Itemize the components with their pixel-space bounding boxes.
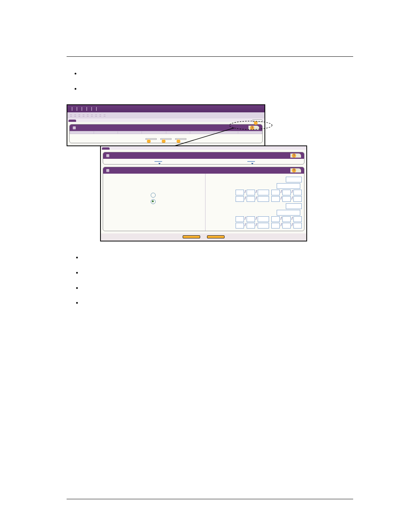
date-input[interactable] — [258, 190, 269, 195]
md5-auth-key-input[interactable] — [277, 210, 300, 216]
date-input[interactable] — [282, 216, 291, 222]
page-header — [67, 53, 353, 57]
date-input[interactable] — [293, 216, 302, 222]
button-row — [70, 134, 262, 143]
auth-panel: ⊞ — [103, 167, 304, 231]
bullet-item: • — [76, 253, 353, 263]
rip-version-select[interactable] — [247, 161, 255, 162]
help-link[interactable] — [290, 153, 301, 158]
help-link[interactable] — [290, 168, 301, 173]
date-input[interactable] — [293, 190, 302, 195]
radio-no[interactable] — [107, 199, 201, 204]
main-nav: | | | | | | — [67, 105, 264, 112]
date-input[interactable] — [293, 196, 302, 202]
screenshot-rip-config: ⊞ ⊞ — [100, 145, 307, 241]
auth-question-area — [103, 174, 205, 231]
panel-title: ⊞ — [106, 168, 109, 173]
col-header — [70, 131, 94, 134]
bullet-dot: • — [74, 69, 82, 79]
date-input[interactable] — [236, 216, 244, 222]
static-routes-table — [70, 131, 262, 134]
rip-direction-select[interactable] — [155, 161, 162, 162]
date-input[interactable] — [271, 216, 280, 222]
date-input[interactable] — [258, 196, 269, 202]
md5-key-id-input[interactable] — [286, 177, 302, 182]
col-header — [214, 131, 238, 134]
col-header — [94, 131, 118, 134]
add-button[interactable] — [175, 138, 186, 140]
apply-button[interactable] — [183, 235, 200, 238]
delete-button[interactable] — [160, 138, 172, 140]
date-input[interactable] — [258, 223, 269, 228]
tab-routing[interactable] — [68, 120, 76, 122]
bullet-item: • — [76, 283, 353, 293]
bullet-item: • — [74, 84, 353, 94]
rip-settings-row — [103, 159, 304, 164]
page-footer — [67, 499, 353, 502]
bullet-item: • — [76, 298, 353, 308]
panel-title: ⊞ — [73, 126, 76, 130]
callout-oval — [228, 120, 274, 130]
date-input[interactable] — [271, 196, 280, 202]
date-input[interactable] — [247, 196, 255, 202]
date-input[interactable] — [271, 190, 280, 195]
action-row — [101, 233, 306, 241]
date-input[interactable] — [258, 216, 269, 222]
radio-yes[interactable] — [107, 193, 201, 198]
bullet-item: • — [76, 268, 353, 278]
bullet-list-bottom: • • • • — [76, 253, 353, 308]
panel-title: ⊞ — [106, 153, 109, 158]
bullet-dot: • — [74, 84, 82, 94]
col-header — [142, 131, 166, 134]
svg-point-0 — [229, 121, 272, 129]
date-input[interactable] — [247, 223, 255, 228]
md5-auth-key-input[interactable] — [277, 183, 300, 189]
date-input[interactable] — [247, 190, 255, 195]
sub-nav: :: :: :: :: :: :: :: :::: — [67, 112, 264, 118]
col-header — [166, 131, 190, 134]
bullet-item: • — [74, 69, 353, 79]
reset-button[interactable] — [207, 235, 225, 238]
date-input[interactable] — [271, 223, 280, 228]
date-input[interactable] — [282, 190, 291, 195]
rip-panel: ⊞ — [103, 152, 304, 165]
bullet-list-top: • • — [74, 69, 353, 94]
date-input[interactable] — [282, 223, 291, 228]
md5-key-id-input[interactable] — [286, 203, 302, 209]
date-input[interactable] — [247, 216, 255, 222]
col-header — [238, 131, 262, 134]
date-input[interactable] — [236, 190, 244, 195]
col-header — [118, 131, 142, 134]
date-input[interactable] — [282, 196, 291, 202]
key-parameters-area: // // // // — [205, 174, 304, 231]
select-all-button[interactable] — [145, 138, 157, 140]
figure-3-7: | | | | | | :: :: :: :: :: :: :: :::: — [67, 104, 353, 242]
tab-rip-configuration[interactable] — [102, 147, 110, 150]
date-input[interactable] — [236, 223, 244, 228]
date-input[interactable] — [236, 196, 244, 202]
col-header — [190, 131, 214, 134]
date-input[interactable] — [293, 223, 302, 228]
